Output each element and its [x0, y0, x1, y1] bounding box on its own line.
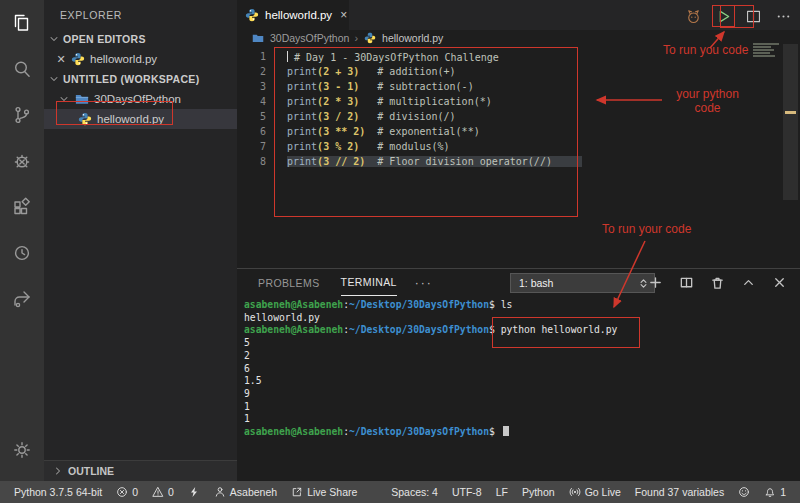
- code-text: # Day 1 - 30DaysOfPython Challenge: [287, 51, 499, 63]
- terminal-cursor: [503, 426, 509, 436]
- go-live[interactable]: Go Live: [569, 486, 621, 498]
- warnings-indicator[interactable]: 0: [152, 486, 174, 498]
- open-editor-item[interactable]: ✕ helloworld.py: [44, 49, 237, 69]
- source-control-icon[interactable]: [0, 92, 44, 138]
- extensions-icon[interactable]: [0, 184, 44, 230]
- terminal-line: 1.5: [244, 375, 800, 388]
- terminal-line: 1: [244, 413, 800, 426]
- editor-group: helloworld.py × 30DaysOfPython › hellowo…: [237, 0, 800, 268]
- line-number: 1: [237, 51, 266, 62]
- live-share-icon: [291, 486, 303, 498]
- language-indicator[interactable]: Python: [522, 486, 555, 498]
- line-number: 3: [237, 81, 266, 92]
- shell-selector[interactable]: 1: bash: [510, 273, 655, 293]
- terminal-line: asabeneh@Asabeneh:~/Desktop/30DaysOfPyth…: [244, 324, 800, 337]
- breadcrumb-folder[interactable]: 30DaysOfPython: [270, 32, 349, 44]
- debug-icon[interactable]: [0, 138, 44, 184]
- editor-actions: [682, 5, 795, 27]
- notifications[interactable]: 1: [764, 486, 786, 498]
- panel-tab-terminal[interactable]: TERMINAL: [341, 270, 397, 296]
- code-line[interactable]: 4print(2 * 3) # multiplication(*): [237, 94, 800, 109]
- terminal-line: 1: [244, 401, 800, 414]
- more-actions-icon[interactable]: [772, 5, 795, 27]
- tab-helloworld[interactable]: helloworld.py ×: [237, 0, 349, 30]
- python-version[interactable]: Python 3.7.5 64-bit: [14, 486, 102, 498]
- code-line[interactable]: 3print(3 - 1) # subtraction(-): [237, 79, 800, 94]
- panel-actions: [646, 273, 788, 291]
- warning-icon: [152, 486, 164, 498]
- terminal-line: 6: [244, 363, 800, 376]
- lightning-indicator[interactable]: [188, 486, 200, 498]
- code-line[interactable]: 6print(3 ** 2) # exponential(**): [237, 124, 800, 139]
- explorer-icon[interactable]: [0, 0, 44, 46]
- python-file-icon: [78, 112, 92, 126]
- close-editor-icon[interactable]: ✕: [56, 53, 66, 66]
- line-number: 6: [237, 126, 266, 137]
- split-terminal-icon[interactable]: [677, 273, 695, 291]
- split-editor-icon[interactable]: [742, 5, 765, 27]
- folder-item[interactable]: 30DaysOfPython: [44, 89, 237, 109]
- maximize-panel-icon[interactable]: [739, 273, 757, 291]
- code-text: print(3 - 1) # subtraction(-): [287, 81, 474, 92]
- share-icon[interactable]: [0, 276, 44, 322]
- breadcrumb[interactable]: 30DaysOfPython › helloworld.py: [237, 30, 800, 46]
- breadcrumb-file[interactable]: helloworld.py: [382, 32, 443, 44]
- tab-close-icon[interactable]: ×: [340, 8, 347, 22]
- run-button[interactable]: [712, 5, 735, 27]
- outline-header[interactable]: OUTLINE: [44, 460, 237, 481]
- clock-icon[interactable]: [0, 230, 44, 276]
- code-line[interactable]: 8print(3 // 2) # Floor division operator…: [237, 154, 800, 169]
- folder-icon: [75, 92, 89, 106]
- person-icon: [214, 486, 226, 498]
- line-number: 4: [237, 96, 266, 107]
- line-number: 7: [237, 141, 266, 152]
- terminal-line: 5: [244, 337, 800, 350]
- minimap-slider[interactable]: [783, 44, 798, 200]
- panel-header: PROBLEMSTERMINAL ··· 1: bash: [237, 269, 800, 296]
- code-text: print(3 ** 2) # exponential(**): [287, 126, 480, 137]
- minimap[interactable]: [750, 38, 800, 206]
- file-item-selected[interactable]: helloworld.py: [44, 109, 237, 129]
- terminal-line: 9: [244, 388, 800, 401]
- code-line[interactable]: 7print(3 % 2) # modulus(%): [237, 139, 800, 154]
- search-icon[interactable]: [0, 46, 44, 92]
- code-text: print(3 // 2) # Floor division operator(…: [287, 156, 582, 167]
- code-line[interactable]: 2print(2 + 3) # addition(+): [237, 64, 800, 79]
- settings-gear-icon[interactable]: [0, 427, 44, 473]
- variables-found[interactable]: Found 37 variables: [635, 486, 724, 498]
- python-file-icon: [71, 52, 85, 66]
- open-editors-header[interactable]: OPEN EDITORS: [44, 29, 237, 49]
- pet-extension-icon[interactable]: [682, 5, 705, 27]
- line-number: 5: [237, 111, 266, 122]
- code-text: print(3 / 2) # division(/): [287, 111, 456, 122]
- account[interactable]: Asabeneh: [214, 486, 277, 498]
- code-line[interactable]: 1 # Day 1 - 30DaysOfPython Challenge: [237, 49, 800, 64]
- status-bar: Python 3.7.5 64-bit00AsabenehLive Share …: [0, 481, 800, 503]
- code-text: print(2 + 3) # addition(+): [287, 66, 456, 77]
- bell-icon: [764, 486, 776, 498]
- status-bar-right: Spaces: 4UTF-8LFPythonGo LiveFound 37 va…: [391, 486, 800, 498]
- kill-terminal-icon[interactable]: [708, 273, 726, 291]
- terminal-line: helloworld.py: [244, 312, 800, 325]
- close-panel-icon[interactable]: [770, 273, 788, 291]
- workspace-header[interactable]: UNTITLED (WORKSPACE): [44, 69, 237, 89]
- errors-indicator[interactable]: 0: [116, 486, 138, 498]
- feedback[interactable]: [738, 486, 750, 498]
- explorer-sidebar: EXPLORER OPEN EDITORS ✕ helloworld.py UN…: [44, 0, 237, 481]
- new-terminal-icon[interactable]: [646, 273, 664, 291]
- code-lines[interactable]: 1 # Day 1 - 30DaysOfPython Challenge2pri…: [237, 46, 800, 169]
- encoding-indicator[interactable]: UTF-8: [452, 486, 482, 498]
- line-number: 8: [237, 156, 266, 167]
- python-file-icon: [245, 8, 259, 22]
- folder-icon: [251, 32, 265, 44]
- terminal-output[interactable]: asabeneh@Asabeneh:~/Desktop/30DaysOfPyth…: [237, 296, 800, 439]
- panel-more-tabs[interactable]: ···: [415, 276, 433, 290]
- eol-indicator[interactable]: LF: [496, 486, 508, 498]
- live-share[interactable]: Live Share: [291, 486, 357, 498]
- panel-tab-problems[interactable]: PROBLEMS: [258, 270, 320, 296]
- spaces-indicator[interactable]: Spaces: 4: [391, 486, 438, 498]
- code-line[interactable]: 5print(3 / 2) # division(/): [237, 109, 800, 124]
- lightning-icon: [188, 486, 200, 498]
- error-icon: [116, 486, 128, 498]
- terminal-line: asabeneh@Asabeneh:~/Desktop/30DaysOfPyth…: [244, 299, 800, 312]
